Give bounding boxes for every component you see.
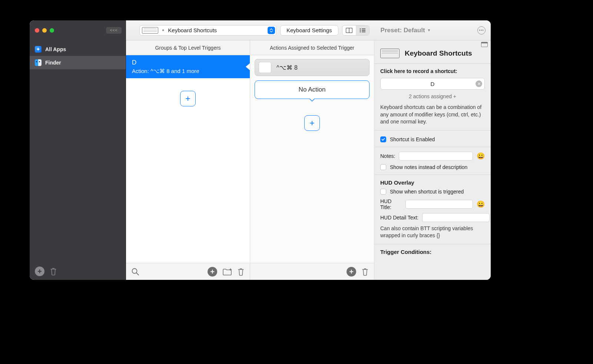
new-folder-icon[interactable] [222, 268, 232, 276]
hud-detail-label: HUD Detail Text: [380, 215, 418, 221]
list-view-button[interactable] [356, 26, 369, 35]
preset-label: Preset: Default [381, 27, 425, 34]
notes-section: Notes: 😀 Show notes instead of descripti… [374, 147, 491, 175]
hud-title-input[interactable] [405, 200, 473, 209]
actions-add-button[interactable]: + [347, 267, 356, 277]
inspector-panel: Keyboard Shortcuts Click here to record … [374, 40, 491, 280]
keyboard-icon [380, 49, 400, 58]
finder-icon [35, 59, 42, 66]
enabled-section: Shortcut is Enabled [374, 130, 491, 147]
sidebar-item-label: All Apps [45, 46, 66, 52]
record-section: Click here to record a shortcut: D ✕ 2 a… [374, 64, 491, 130]
sidebar-titlebar: <<< [30, 20, 126, 40]
window-body: ✦ All Apps Finder + [30, 40, 491, 280]
detach-window-icon[interactable] [481, 42, 488, 47]
selector-stepper-icon [268, 27, 275, 34]
globe-icon: ✦ [35, 46, 42, 53]
action-row-empty[interactable]: No Action [255, 80, 370, 99]
show-notes-label: Show notes instead of description [390, 164, 467, 170]
hud-section: HUD Overlay Show when shortcut is trigge… [374, 175, 491, 244]
add-trigger-button[interactable]: + [180, 91, 196, 106]
add-action-button[interactable]: + [304, 115, 320, 131]
trigger-type-selector[interactable]: • Keyboard Shortcuts [139, 25, 276, 36]
sidebar-list: ✦ All Apps Finder [30, 40, 126, 263]
action-thumbnail [259, 62, 271, 73]
shortcut-record-field[interactable]: D ✕ [380, 78, 485, 90]
svg-rect-7 [362, 32, 365, 32]
notes-label: Notes: [380, 153, 395, 159]
window-controls [35, 28, 54, 33]
hud-title-label: HUD Title: [380, 198, 402, 210]
trigger-row[interactable]: D Action: ^⌥⌘ 8 and 1 more [126, 55, 250, 78]
hud-show-label: Show when shortcut is triggered [390, 189, 464, 195]
action-row-shortcut[interactable]: ^⌥⌘ 8 [255, 59, 370, 76]
sidebar-add-button[interactable]: + [35, 267, 44, 276]
sidebar-footer: + [30, 263, 126, 280]
actions-delete-button[interactable] [361, 268, 369, 276]
clear-shortcut-button[interactable]: ✕ [476, 80, 482, 87]
conditions-section: Trigger Conditions: [374, 244, 491, 259]
trigger-title: D [132, 59, 244, 66]
triggers-delete-button[interactable] [237, 268, 245, 276]
triggers-column: Groups & Top Level Triggers D Action: ^⌥… [126, 40, 250, 280]
actions-footer: + [250, 263, 374, 280]
svg-rect-3 [362, 29, 365, 29]
action-label: No Action [299, 86, 326, 93]
titlebar: <<< • Keyboard Shortcuts Keyboard Settin… [30, 20, 491, 40]
hud-section-title: HUD Overlay [380, 179, 485, 186]
hud-detail-input[interactable] [422, 213, 490, 222]
emoji-picker-button[interactable]: 😀 [477, 152, 485, 160]
triggers-header: Groups & Top Level Triggers [126, 40, 250, 55]
actions-header-label: Actions Assigned to Selected Trigger [270, 45, 354, 51]
trigger-subtitle: Action: ^⌥⌘ 8 and 1 more [132, 68, 244, 75]
inspector-title: Keyboard Shortcuts [405, 49, 472, 57]
columns-view-button[interactable] [342, 26, 356, 35]
recorded-shortcut-value: D [431, 81, 435, 87]
svg-point-4 [360, 30, 361, 31]
triggers-footer: + [126, 263, 250, 280]
keyboard-settings-label: Keyboard Settings [286, 27, 332, 33]
sidebar-item-all-apps[interactable]: ✦ All Apps [30, 43, 126, 56]
hud-show-checkbox[interactable] [380, 189, 386, 195]
svg-line-9 [136, 273, 139, 275]
triggers-header-label: Groups & Top Level Triggers [155, 45, 221, 51]
trigger-type-label: Keyboard Shortcuts [168, 27, 217, 33]
sidebar-delete-button[interactable] [50, 267, 57, 275]
svg-point-2 [360, 28, 361, 29]
triggers-add-button[interactable]: + [208, 267, 217, 277]
search-icon[interactable] [131, 268, 139, 276]
emoji-picker-button[interactable]: 😀 [477, 200, 485, 208]
triggers-list: D Action: ^⌥⌘ 8 and 1 more + [126, 55, 250, 263]
conditions-title: Trigger Conditions: [380, 249, 485, 255]
actions-list: ^⌥⌘ 8 No Action + [250, 55, 374, 263]
minimize-window-button[interactable] [42, 28, 47, 33]
show-notes-checkbox[interactable] [380, 164, 386, 170]
sidebar-item-finder[interactable]: Finder [30, 56, 126, 69]
close-window-button[interactable] [35, 28, 39, 33]
shortcut-description: Keyboard shortcuts can be a combination … [380, 104, 485, 126]
chevron-down-icon: ▼ [427, 28, 431, 32]
view-mode-segment [342, 25, 370, 36]
record-prompt: Click here to record a shortcut: [380, 68, 485, 74]
actions-header: Actions Assigned to Selected Trigger [250, 40, 374, 55]
hud-hint: Can also contain BTT scripting variables… [380, 225, 485, 239]
more-menu-button[interactable]: ••• [477, 26, 486, 34]
svg-rect-5 [362, 30, 365, 31]
keyboard-icon [142, 27, 158, 34]
svg-point-6 [360, 31, 361, 32]
action-label: ^⌥⌘ 8 [276, 64, 298, 71]
assigned-actions-note[interactable]: 2 actions assigned + [380, 93, 485, 99]
enabled-label: Shortcut is Enabled [390, 136, 435, 142]
inspector-header: Keyboard Shortcuts [374, 47, 491, 64]
zoom-window-button[interactable] [50, 28, 54, 33]
keyboard-settings-button[interactable]: Keyboard Settings [280, 25, 338, 36]
notes-input[interactable] [399, 152, 473, 161]
actions-column: Actions Assigned to Selected Trigger ^⌥⌘… [250, 40, 374, 280]
sidebar: ✦ All Apps Finder + [30, 40, 126, 280]
back-button[interactable]: <<< [106, 27, 122, 34]
app-window: <<< • Keyboard Shortcuts Keyboard Settin… [30, 20, 491, 280]
sidebar-item-label: Finder [45, 60, 61, 66]
back-label: <<< [110, 28, 118, 32]
preset-selector[interactable]: Preset: Default ▼ [381, 27, 431, 34]
enabled-checkbox[interactable] [380, 136, 386, 142]
